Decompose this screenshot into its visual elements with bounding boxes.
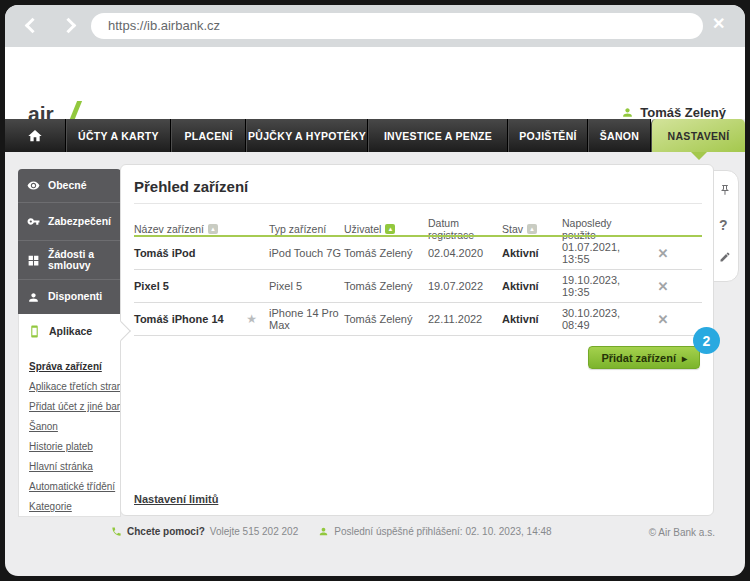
browser-chrome: https://ib.airbank.cz xyxy=(5,5,745,47)
sidebar-item-obecne[interactable]: Obecné xyxy=(18,169,121,203)
table-row: Tomáš iPhone 14 iPhone 14 Pro Max Tomáš … xyxy=(134,303,702,336)
favorite-star-icon xyxy=(246,312,257,326)
page-footer: Chcete pomoci? Volejte 515 202 202 Posle… xyxy=(111,526,552,537)
tab-ucty-a-karty[interactable]: ÚČTY A KARTY xyxy=(66,119,171,152)
key-icon xyxy=(27,215,40,228)
phone-icon xyxy=(111,526,122,537)
sidebar-link-pridat-ucet[interactable]: Přidat účet z jiné banky xyxy=(29,397,120,417)
active-tab-pointer xyxy=(691,152,707,160)
app-header: air bank Tomáš Zelený Propojení mobilní … xyxy=(5,47,745,119)
smartphone-icon xyxy=(28,325,41,338)
device-status: Aktivní xyxy=(502,247,539,259)
device-last-used: 01.07.2021, 13:55 xyxy=(562,241,648,265)
sort-icon[interactable] xyxy=(385,224,395,234)
user-name: Tomáš Zelený xyxy=(640,105,726,120)
sidebar-link-hlavni-stranka[interactable]: Hlavní stránka xyxy=(29,457,120,477)
sidebar-item-label: Aplikace xyxy=(49,325,92,337)
device-type: iPhone 14 Pro Max xyxy=(269,307,344,331)
step-badge: 2 xyxy=(693,327,720,354)
page-title: Přehled zařízení xyxy=(134,178,248,195)
sidebar-link-automaticke-trideni[interactable]: Automatické třídění xyxy=(29,477,120,497)
sidebar-item-label: Zabezpečení xyxy=(48,216,112,228)
pin-icon[interactable] xyxy=(719,184,731,196)
tab-investice-a-penze[interactable]: INVESTICE A PENZE xyxy=(368,119,508,152)
device-name: Tomáš iPod xyxy=(134,247,196,259)
sidebar-links: Správa zařízení Aplikace třetích stran P… xyxy=(19,348,120,517)
tab-sanon[interactable]: ŠANON xyxy=(588,119,651,152)
tab-home[interactable] xyxy=(5,119,66,152)
device-user: Tomáš Zelený xyxy=(344,313,428,325)
device-registered: 22.11.2022 xyxy=(428,313,502,325)
help-phone-number: Volejte 515 202 202 xyxy=(210,526,298,537)
close-icon[interactable] xyxy=(712,14,725,33)
table-row: Tomáš iPod iPod Touch 7G Tomáš Zelený 02… xyxy=(134,237,702,270)
sidebar-item-disponenti[interactable]: Disponenti xyxy=(18,280,121,314)
forward-icon[interactable] xyxy=(61,18,77,34)
arrow-right-icon xyxy=(682,352,687,364)
eye-icon xyxy=(27,179,40,192)
sidebar-item-zadosti-a-smlouvy[interactable]: Žádosti a smlouvy xyxy=(18,241,121,280)
last-login-text: Poslední úspěšné přihlášení: 02. 10. 202… xyxy=(334,526,551,537)
device-type: iPod Touch 7G xyxy=(269,247,344,259)
person-icon xyxy=(27,291,40,304)
back-icon[interactable] xyxy=(25,18,41,34)
sidebar-item-label: Žádosti a smlouvy xyxy=(48,249,112,272)
device-status: Aktivní xyxy=(502,313,539,325)
device-table: Tomáš iPod iPod Touch 7G Tomáš Zelený 02… xyxy=(134,237,702,336)
remove-device-icon[interactable] xyxy=(658,279,669,294)
sidebar-link-sanon[interactable]: Šanon xyxy=(29,417,120,437)
devices-panel: Přehled zařízení Název zařízení Typ zaří… xyxy=(120,164,714,516)
pencil-icon[interactable] xyxy=(719,251,731,263)
help-question: Chcete pomoci? xyxy=(127,526,205,537)
login-person-icon xyxy=(318,526,329,537)
sort-icon[interactable] xyxy=(527,224,537,234)
tab-pojisteni[interactable]: POJIŠTĚNÍ xyxy=(508,119,588,152)
tab-nastaveni[interactable]: NASTAVENÍ xyxy=(651,119,745,152)
sidebar-link-kategorie[interactable]: Kategorie xyxy=(29,497,120,517)
sort-icon[interactable] xyxy=(208,224,218,234)
user-icon xyxy=(621,106,634,119)
help-icon[interactable]: ? xyxy=(719,217,728,233)
title-divider xyxy=(134,203,702,204)
device-registered: 02.04.2020 xyxy=(428,247,502,259)
user-info: Tomáš Zelený xyxy=(411,105,726,120)
device-last-used: 30.10.2023, 08:49 xyxy=(562,307,648,331)
device-name: Tomáš iPhone 14 xyxy=(134,313,224,325)
device-registered: 19.07.2022 xyxy=(428,280,502,292)
sidebar-item-label: Disponenti xyxy=(48,291,112,303)
device-name: Pixel 5 xyxy=(134,280,169,292)
device-type: Pixel 5 xyxy=(269,280,344,292)
limits-link[interactable]: Nastavení limitů xyxy=(134,493,218,505)
home-icon xyxy=(27,128,43,144)
device-last-used: 19.10.2023, 19:35 xyxy=(562,274,648,298)
add-device-label: Přidat zařízení xyxy=(601,352,676,364)
remove-device-icon[interactable] xyxy=(658,312,669,327)
tab-pujcky-a-hypoteky[interactable]: PŮJČKY A HYPOTÉKY xyxy=(246,119,368,152)
sidebar-applications-section: Aplikace Správa zařízení Aplikace třetíc… xyxy=(18,314,121,517)
sidebar-link-sprava-zarizeni[interactable]: Správa zařízení xyxy=(29,357,120,377)
sidebar-link-historie-plateb[interactable]: Historie plateb xyxy=(29,437,120,457)
browser-window: https://ib.airbank.cz air bank Tomáš Zel… xyxy=(5,5,745,576)
copyright-text: © Air Bank a.s. xyxy=(649,527,715,538)
add-device-button[interactable]: Přidat zařízení xyxy=(588,346,700,369)
main-nav: ÚČTY A KARTY PLACENÍ PŮJČKY A HYPOTÉKY I… xyxy=(5,119,745,152)
sidebar-item-aplikace[interactable]: Aplikace xyxy=(19,314,120,348)
sidebar-item-zabezpeceni[interactable]: Zabezpečení xyxy=(18,203,121,241)
device-user: Tomáš Zelený xyxy=(344,247,428,259)
remove-device-icon[interactable] xyxy=(658,246,669,261)
device-status: Aktivní xyxy=(502,280,539,292)
url-text: https://ib.airbank.cz xyxy=(91,13,703,39)
device-user: Tomáš Zelený xyxy=(344,280,428,292)
grid-icon xyxy=(27,254,40,267)
sidebar: Obecné Zabezpečení Žádosti a smlouvy Dis… xyxy=(18,169,121,314)
tab-nastaveni-label: NASTAVENÍ xyxy=(668,130,730,142)
tab-placeni[interactable]: PLACENÍ xyxy=(171,119,246,152)
address-bar[interactable]: https://ib.airbank.cz xyxy=(91,13,703,39)
sidebar-item-label: Obecné xyxy=(48,180,112,192)
sidebar-link-aplikace-tretich-stran[interactable]: Aplikace třetích stran xyxy=(29,377,120,397)
table-row: Pixel 5 Pixel 5 Tomáš Zelený 19.07.2022 … xyxy=(134,270,702,303)
